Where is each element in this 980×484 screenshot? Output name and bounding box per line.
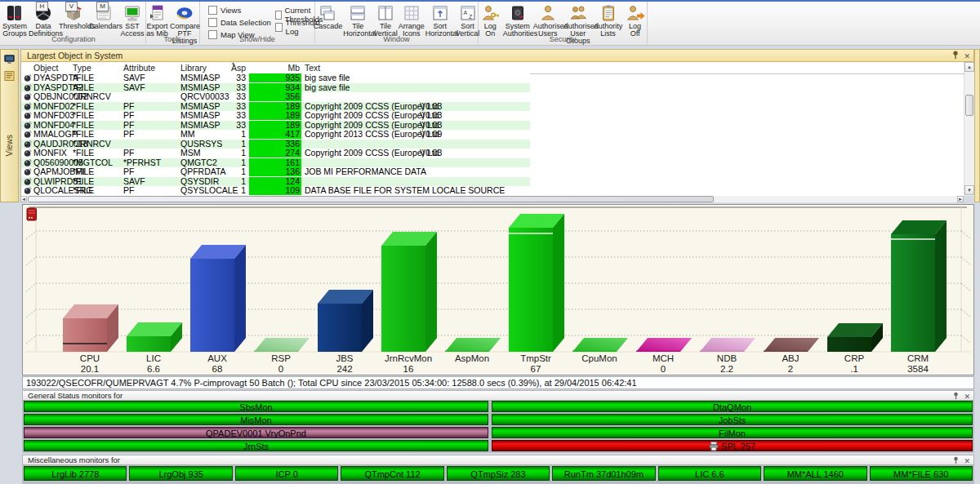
- monitor-bar-filmon[interactable]: FilMon: [492, 427, 973, 438]
- ribbon-button-arrange-icons[interactable]: Arrange Icons: [399, 3, 425, 38]
- table-row[interactable]: QAPMJOBMI*FILEPFQPFRDATA1136JOB MI PERFO…: [21, 167, 964, 177]
- table-row[interactable]: QAUDJR0018*JRNRCVQUSRSYS1336: [21, 140, 964, 149]
- scroll-left-icon[interactable]: ◄: [20, 196, 27, 202]
- close-icon[interactable]: ✕: [964, 393, 970, 401]
- column-header-mb[interactable]: Mb: [266, 63, 300, 73]
- misc-monitor-lrgobj[interactable]: LrgObj 935: [129, 466, 232, 481]
- sidebar-tab-views[interactable]: Views: [5, 135, 14, 157]
- largest-object-table[interactable]: ObjectTypeAttributeLibraryAspMbText▴DYAS…: [20, 62, 964, 196]
- table-row[interactable]: Q056090005*MGTCOL*PFRHSTQMGTC21161: [21, 158, 964, 168]
- monitor-bar-spl-257[interactable]: SPL 257: [492, 440, 973, 451]
- column-header-text[interactable]: Text: [305, 63, 320, 73]
- column-header-type[interactable]: Type: [73, 63, 91, 73]
- column-header-attribute[interactable]: Attribute: [123, 63, 155, 73]
- misc-monitor-mm-all[interactable]: MM*ALL 1460: [764, 466, 866, 481]
- misc-monitor-qtmpsiz[interactable]: QTmpSiz 283: [447, 466, 550, 481]
- chart-bar-aux[interactable]: [190, 245, 246, 352]
- largest-object-panel-header[interactable]: Largest Object in System ✕: [20, 49, 974, 62]
- monitor-bar-dtaqmon[interactable]: DtaQMon: [492, 401, 973, 412]
- bar-category-label: RSP: [271, 353, 291, 363]
- general-status-panel: General Status monitors for ✕ SbsMonDtaQ…: [22, 390, 974, 453]
- checkbox-views[interactable]: Views: [208, 6, 241, 15]
- ribbon-button-tile-horizontal[interactable]: Tile Horizontal: [343, 3, 372, 38]
- chart-bar-tmpstr[interactable]: [509, 214, 564, 352]
- pin-icon[interactable]: [952, 51, 959, 61]
- table-row[interactable]: DYASPDTA*FILESAVFMSMIASP33935big save fi…: [21, 73, 964, 83]
- monitor-bar-sbsmon[interactable]: SbsMon: [24, 401, 488, 412]
- misc-monitor-mm-file[interactable]: MM*FILE 630: [870, 466, 973, 481]
- close-icon[interactable]: ✕: [964, 52, 970, 60]
- largest-object-chart-panel: CPU20.1LIC6.6AUX68RSP0JBS242JrnRcvMon16A…: [22, 204, 974, 375]
- scroll-up-icon[interactable]: ▲: [964, 62, 974, 72]
- table-horizontal-scrollbar[interactable]: ◄►: [20, 196, 964, 202]
- chart-bar-lic[interactable]: [127, 322, 182, 352]
- misc-monitor-runtm[interactable]: RunTm 37d01h09m: [552, 466, 655, 481]
- ribbon-button-sst-access[interactable]: SST Access: [119, 3, 145, 38]
- ribbon-group-tools: Export as MibCompare PTF ListingsTools: [145, 2, 200, 44]
- chart-bar-abj[interactable]: [764, 338, 819, 352]
- scroll-thumb[interactable]: [965, 95, 973, 116]
- table-row[interactable]: DYASPDTA2*FILESAVFMSMIASP33934big save f…: [21, 83, 964, 93]
- close-icon[interactable]: ✕: [964, 457, 970, 465]
- views-note-icon[interactable]: [4, 69, 16, 84]
- ribbon-button-sort-vertical[interactable]: AZSort Vertical: [456, 3, 480, 38]
- chart-bar-cpumon[interactable]: [572, 338, 628, 352]
- ribbon-button-cascade[interactable]: Cascade: [314, 3, 343, 38]
- monitor-bar-jrnsts[interactable]: JrnSts: [24, 440, 488, 451]
- scroll-right-icon[interactable]: ►: [957, 196, 964, 202]
- cell-mb: 189: [249, 102, 301, 111]
- panel-title: General Status monitors for: [28, 391, 122, 400]
- column-header-object[interactable]: Object: [33, 63, 58, 73]
- column-header-library[interactable]: Library: [180, 63, 207, 73]
- chart-bar-cpu[interactable]: [63, 304, 118, 352]
- table-row[interactable]: MONFD02*FILEPFMSMIASP33189Copyright 2009…: [21, 102, 964, 112]
- bar-front-face: [381, 246, 425, 352]
- column-header-asp[interactable]: Asp: [227, 63, 246, 73]
- panel-title: Largest Object in System: [27, 51, 122, 60]
- chart-bar-ndb[interactable]: [700, 338, 755, 352]
- misc-monitor-lrglib[interactable]: LrgLib 2778: [24, 466, 127, 481]
- pin-icon[interactable]: [953, 456, 959, 466]
- miscellaneous-panel-header[interactable]: Miscellaneous monitors for ✕: [22, 455, 974, 465]
- ribbon-button-tile-vertical[interactable]: Tile Vertical: [373, 3, 398, 38]
- table-row[interactable]: MONFD03*FILEPFMSMIASP33189Copyright 2009…: [21, 111, 964, 121]
- keytip-m: M: [96, 2, 109, 11]
- table-row[interactable]: MONFD04*FILEPFMSMIASP33189Copyright 2009…: [21, 121, 964, 131]
- checkbox-data-selection[interactable]: Data Selection: [208, 18, 271, 27]
- ribbon-button-label: Cascade: [314, 23, 343, 30]
- authorised-user-groups-icon: [564, 3, 593, 23]
- views-mini-icons[interactable]: [4, 53, 16, 84]
- bar-side-face: [425, 232, 437, 352]
- table-row[interactable]: MMALOGP*FILEPFMM1417Copyright 2013 CCSS …: [21, 130, 964, 140]
- scroll-down-icon[interactable]: ▼: [964, 185, 974, 195]
- monitor-label: DtaQMon: [713, 402, 751, 412]
- object-icon: [24, 186, 32, 196]
- table-row[interactable]: MONFIX*FILEPFMSM1274Copyright 2009 CCSS …: [21, 149, 964, 158]
- cell-attribute: PF: [123, 167, 134, 177]
- monitor-bar-qpadev0001-vryonpnd[interactable]: QPADEV0001 VryOnPnd: [24, 427, 488, 438]
- misc-monitor-lic[interactable]: LIC 6.6: [658, 466, 761, 481]
- ribbon-button-system-groups[interactable]: System Groups: [2, 3, 28, 38]
- monitor-bar-jobsts[interactable]: JobSts: [492, 414, 973, 425]
- views-tabbar[interactable]: Views: [0, 49, 19, 202]
- scroll-thumb[interactable]: [28, 196, 714, 202]
- table-vertical-scrollbar[interactable]: ▲▼: [964, 62, 974, 196]
- cell-mb: 189: [249, 121, 301, 130]
- cell-asp: 33: [219, 92, 246, 102]
- views-monitor-icon[interactable]: [4, 53, 15, 67]
- misc-monitor-qtmpcnt[interactable]: QTmpCnt 112: [341, 466, 443, 481]
- chart-bar-mch[interactable]: [636, 338, 692, 352]
- chart-bar-aspmon[interactable]: [445, 338, 501, 352]
- cell-attribute: PF: [123, 149, 134, 158]
- table-row[interactable]: QLOCALESRC*FILEPFQSYSLOCALE1109DATA BASE…: [21, 186, 964, 196]
- table-row[interactable]: QDBJNC0002*JRNRCVQRCV0003333356: [21, 92, 964, 102]
- ribbon-button-sort-horizontal[interactable]: Sort Horizontal: [425, 3, 455, 38]
- chart-bar-jrnrcvmon[interactable]: [381, 232, 437, 352]
- chart-bar-crp[interactable]: [827, 323, 883, 352]
- chart-bar-jbs[interactable]: [318, 290, 373, 352]
- general-status-panel-header[interactable]: General Status monitors for ✕: [22, 390, 974, 401]
- chart-bar-rsp[interactable]: [254, 338, 310, 352]
- chart-bar-crm[interactable]: [891, 220, 947, 352]
- misc-monitor-icp[interactable]: ICP 0: [235, 466, 338, 481]
- monitor-bar-mismon[interactable]: MisMon: [24, 414, 488, 425]
